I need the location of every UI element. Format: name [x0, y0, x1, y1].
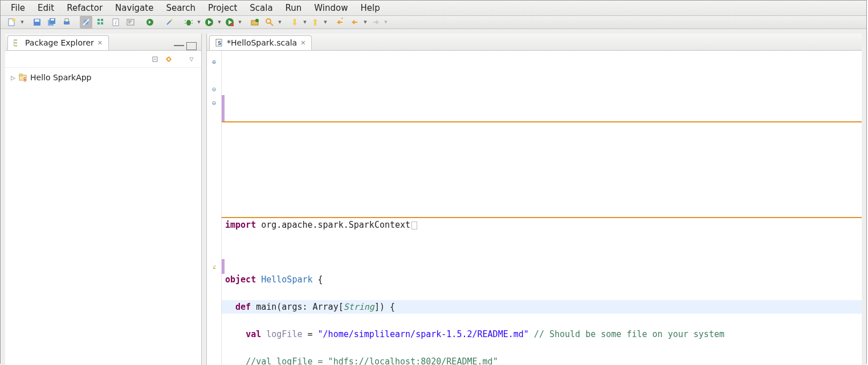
package-explorer-title: Package Explorer	[25, 38, 94, 47]
save-all-icon[interactable]	[46, 16, 58, 28]
svg-rect-17	[127, 19, 134, 25]
svg-rect-14	[101, 22, 103, 24]
fold-collapse-icon[interactable]: ⊖	[212, 96, 216, 110]
editor-area: S *HelloSpark.scala ✕ ⊕ ⊖ ⊖ ɕ	[206, 34, 862, 365]
menu-file[interactable]: File	[5, 1, 31, 15]
save-icon[interactable]	[31, 16, 43, 28]
link-editor-icon[interactable]	[164, 54, 174, 64]
dropdown-icon[interactable]: ▼	[323, 16, 328, 28]
ide-window: File Edit Refactor Navigate Search Proje…	[0, 0, 867, 364]
build-icon[interactable]	[95, 16, 107, 28]
last-edit-icon[interactable]: *	[334, 16, 347, 28]
run-external-icon[interactable]	[223, 16, 236, 28]
project-node[interactable]: ▷ S Hello SparkApp	[10, 71, 197, 84]
editor-tab[interactable]: S *HelloSpark.scala ✕	[209, 35, 312, 50]
project-label: Hello SparkApp	[30, 73, 92, 82]
close-icon[interactable]: ✕	[300, 39, 305, 47]
print-icon[interactable]	[60, 16, 73, 28]
dropdown-icon[interactable]: ▼	[217, 16, 222, 28]
editor-tabbar: S *HelloSpark.scala ✕	[207, 34, 862, 51]
skip-breakpoints-icon[interactable]	[80, 16, 92, 28]
package-explorer-tab[interactable]: Package Explorer ✕	[7, 35, 109, 50]
explorer-toolbar: ▽	[5, 51, 201, 68]
forward-icon[interactable]	[369, 16, 382, 28]
code-text[interactable]: import org.apache.spark.SparkContext obj…	[222, 51, 862, 365]
fold-expand-icon[interactable]: ⊕	[212, 55, 216, 69]
svg-rect-6	[51, 19, 54, 20]
svg-line-25	[191, 20, 193, 21]
implicit-hint-icon[interactable]: ɕ	[212, 260, 215, 274]
svg-rect-38	[15, 39, 17, 41]
svg-point-22	[170, 19, 173, 21]
svg-point-32	[255, 19, 259, 22]
view-tabbar: Package Explorer ✕	[5, 34, 201, 51]
svg-rect-48	[19, 74, 22, 76]
run-icon[interactable]	[203, 16, 215, 28]
svg-point-23	[186, 20, 191, 26]
svg-rect-12	[101, 19, 103, 21]
maximize-icon[interactable]	[186, 42, 197, 50]
editor-tab-label: *HelloSpark.scala	[227, 38, 297, 47]
dropdown-icon[interactable]: ▼	[197, 16, 201, 28]
search-icon[interactable]	[263, 16, 276, 28]
menu-window[interactable]: Window	[308, 1, 353, 15]
annotation-highlight-box	[222, 121, 862, 218]
package-explorer-view: Package Explorer ✕ ▽ ▷ S Hello SparkApp	[5, 34, 202, 365]
package-tree-icon	[14, 39, 22, 47]
console-icon[interactable]	[124, 16, 137, 28]
project-tree[interactable]: ▷ S Hello SparkApp	[5, 68, 201, 365]
wand-icon[interactable]	[163, 16, 176, 28]
svg-rect-3	[35, 19, 39, 22]
menu-search[interactable]: Search	[160, 1, 201, 15]
editor-gutter[interactable]: ⊕ ⊖ ⊖ ɕ	[207, 51, 222, 365]
menu-navigate[interactable]: Navigate	[109, 1, 159, 15]
fold-collapse-icon[interactable]: ⊖	[212, 83, 216, 96]
next-annotation-icon[interactable]	[309, 16, 321, 28]
scala-project-icon: S	[19, 73, 28, 82]
menu-edit[interactable]: Edit	[32, 1, 60, 15]
debug-icon[interactable]	[182, 16, 195, 28]
svg-rect-36	[314, 21, 316, 26]
client-area: Package Explorer ✕ ▽ ▷ S Hello SparkApp	[1, 29, 866, 365]
dropdown-icon[interactable]: ▼	[363, 16, 368, 28]
dropdown-icon[interactable]: ▼	[238, 16, 242, 28]
svg-text:S: S	[218, 40, 221, 46]
prev-annotation-icon[interactable]	[288, 16, 301, 28]
svg-rect-30	[231, 23, 234, 26]
menu-help[interactable]: Help	[355, 1, 386, 15]
menu-scala[interactable]: Scala	[244, 1, 278, 15]
scala-file-icon: S	[215, 39, 223, 47]
code-editor[interactable]: ⊕ ⊖ ⊖ ɕ import org.apache.spa	[207, 51, 862, 365]
svg-rect-35	[294, 19, 296, 23]
menu-bar: File Edit Refactor Navigate Search Proje…	[1, 1, 866, 16]
svg-line-34	[270, 23, 273, 26]
dropdown-icon[interactable]: ▼	[384, 16, 388, 28]
close-icon[interactable]: ✕	[97, 39, 103, 47]
collapse-all-icon[interactable]	[150, 54, 160, 64]
svg-rect-8	[65, 19, 68, 22]
open-type-icon[interactable]	[144, 16, 156, 28]
menu-refactor[interactable]: Refactor	[61, 1, 108, 15]
menu-run[interactable]: Run	[280, 1, 308, 15]
menu-project[interactable]: Project	[202, 1, 243, 15]
svg-point-1	[12, 18, 15, 22]
svg-rect-39	[15, 42, 17, 44]
dropdown-icon[interactable]: ▼	[278, 16, 282, 28]
toggle-info-icon[interactable]: i	[109, 16, 122, 28]
svg-text:S: S	[23, 77, 26, 82]
dropdown-icon[interactable]: ▼	[20, 16, 25, 28]
svg-rect-11	[97, 19, 100, 21]
expand-arrow-icon[interactable]: ▷	[10, 75, 17, 81]
svg-rect-13	[97, 22, 100, 24]
back-icon[interactable]	[349, 16, 361, 28]
dropdown-icon[interactable]: ▼	[303, 16, 307, 28]
view-menu-icon[interactable]: ▽	[186, 54, 197, 64]
new-package-icon[interactable]	[248, 16, 261, 28]
minimize-icon[interactable]	[174, 44, 184, 46]
svg-point-33	[266, 19, 271, 23]
main-toolbar: ▼ i ▼ ▼ ▼ ▼ ▼ ▼ * ▼ ▼	[1, 16, 866, 29]
new-icon[interactable]	[6, 16, 18, 28]
svg-rect-40	[15, 45, 17, 47]
folded-region-icon[interactable]	[411, 222, 417, 229]
svg-text:*: *	[341, 18, 344, 22]
